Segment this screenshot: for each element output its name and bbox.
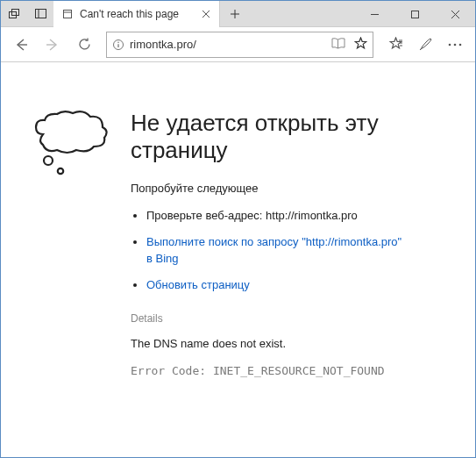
forward-button[interactable] [38,30,67,60]
favorite-icon[interactable] [354,37,367,53]
close-window-button[interactable] [435,1,475,27]
suggestion-url: http://rimontka.pro [266,209,358,222]
favorites-hub-icon[interactable] [380,30,410,60]
more-icon[interactable] [440,30,470,60]
svg-point-17 [117,41,119,43]
maximize-button[interactable] [394,1,435,27]
active-tab[interactable]: Can't reach this page [53,1,220,27]
details-label[interactable]: Details [131,312,454,325]
notes-icon[interactable] [410,30,440,60]
toolbar-right [380,30,470,60]
error-code-value: INET_E_RESOURCE_NOT_FOUND [213,364,385,377]
refresh-link[interactable]: Обновить страницу [146,278,250,291]
svg-point-26 [44,156,53,165]
url-text[interactable]: rimontka.pro/ [130,38,326,51]
svg-rect-2 [35,10,46,18]
tab-overview-icon[interactable] [1,1,27,27]
suggestion-refresh[interactable]: Обновить страницу [146,276,409,294]
toolbar: rimontka.pro/ [1,27,475,62]
error-code-line: Error Code: INET_E_RESOURCE_NOT_FOUND [131,364,454,377]
suggestion-check-address: Проверьте веб-адрес: http://rimontka.pro [146,207,409,225]
tab-title: Can't reach this page [80,8,179,20]
address-actions [331,37,367,53]
page-icon [62,9,73,19]
error-main: Не удается открыть эту страницу Попробуй… [131,110,454,457]
svg-point-23 [449,43,451,46]
suggestion-text: Проверьте веб-адрес: [146,209,266,222]
svg-point-25 [459,43,462,46]
set-aside-tabs-icon[interactable] [27,1,53,27]
page-content: Не удается открыть эту страницу Попробуй… [1,62,475,457]
new-tab-button[interactable] [220,1,250,26]
search-bing-link[interactable]: Выполните поиск по запросу "http://rimon… [146,235,401,266]
back-button[interactable] [6,30,36,60]
site-info-icon[interactable] [112,39,124,51]
thought-cloud-icon [25,110,113,457]
refresh-button[interactable] [69,30,99,60]
error-code-label: Error Code: [131,364,213,377]
svg-rect-11 [411,11,418,18]
svg-point-27 [58,168,63,174]
svg-rect-4 [64,11,72,18]
svg-point-24 [454,43,457,46]
details-text: The DNS name does not exist. [131,337,454,350]
reading-view-icon[interactable] [331,38,345,52]
minimize-button[interactable] [354,1,394,27]
suggestions-list: Проверьте веб-адрес: http://rimontka.pro… [131,207,454,293]
error-heading: Не удается открыть эту страницу [131,110,454,164]
titlebar: Can't reach this page [1,1,475,27]
window-controls [354,1,475,26]
suggestion-search-bing[interactable]: Выполните поиск по запросу "http://rimon… [146,233,409,268]
titlebar-left [1,1,53,26]
try-label: Попробуйте следующее [131,182,454,195]
close-tab-icon[interactable] [202,10,210,18]
browser-window: Can't reach this page [0,0,476,458]
address-bar[interactable]: rimontka.pro/ [106,32,373,58]
